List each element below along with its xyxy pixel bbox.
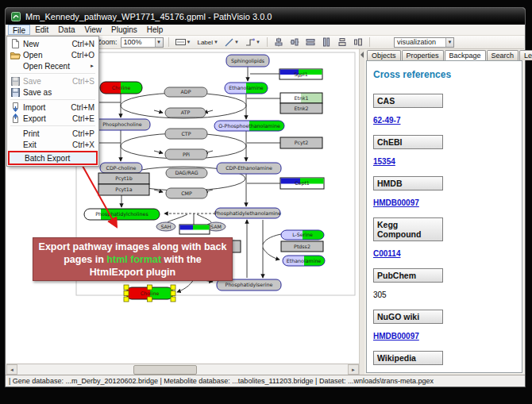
pathway-edge[interactable] (263, 248, 279, 260)
pathway-node-etnk2[interactable]: Etnk2 (280, 103, 322, 114)
pathway-node-choline-top[interactable]: Choline (100, 82, 142, 94)
menu-item-label: Import (23, 103, 66, 112)
splitter-collapse-icon[interactable] (360, 52, 364, 58)
menu-icon-placeholder (10, 129, 21, 138)
menu-separator (10, 99, 95, 100)
menubar-item-help[interactable]: Help (142, 25, 168, 35)
file-menu-item-save-as[interactable]: Save as (8, 87, 98, 98)
title-bar[interactable]: Mm_Kennedy_pathway_WP1771_45176.gpml - P… (6, 8, 525, 25)
pathway-node-adp[interactable]: ADP (164, 87, 207, 97)
pathway-edge[interactable] (263, 234, 281, 244)
pathway-node-ppi[interactable]: PPi (165, 149, 207, 160)
pathway-node-ethanolamine-bottom[interactable]: Ethanolamine (283, 256, 325, 266)
node-label: Pcyt2 (295, 140, 308, 146)
xref-link[interactable]: 15354 (373, 157, 395, 166)
pathway-node-ctp[interactable]: CTP (165, 129, 207, 139)
chevron-down-icon[interactable]: ▼ (155, 38, 163, 47)
pathway-node-phosphocholine[interactable]: Phosphocholine (94, 119, 150, 130)
panel-tab-properties[interactable]: Properties (402, 50, 444, 60)
pathway-edge[interactable] (168, 214, 187, 222)
menubar-item-view[interactable]: View (79, 25, 106, 35)
pathway-node-cmp[interactable]: CMP (166, 188, 207, 198)
zoom-combobox[interactable]: 100% ▼ (121, 37, 164, 48)
selection-handle[interactable] (171, 297, 175, 302)
menubar-item-edit[interactable]: Edit (30, 25, 53, 35)
file-menu-item-save[interactable]: SaveCtrl+S (8, 75, 98, 87)
pathway-node-sah[interactable]: SAH (156, 222, 175, 231)
pathway-node-phosphatidylserine[interactable]: Phosphatidylserine (217, 279, 281, 290)
pathway-node-ethanolamine-top[interactable]: Ethanolamine (225, 83, 268, 94)
menu-item-shortcut: Ctrl+O (71, 51, 94, 60)
pathway-node-etnk1[interactable]: Etnk1 (280, 93, 322, 103)
xref-link[interactable]: HMDB00097 (373, 198, 419, 207)
selection-handle[interactable] (124, 285, 129, 290)
file-menu-item-open-recent[interactable]: Open Recent► (8, 60, 98, 71)
pathway-node-l-serine[interactable]: L-Serine (281, 230, 324, 240)
selection-handle[interactable] (171, 285, 175, 290)
stack-horizontal-button[interactable] (352, 37, 364, 48)
pathway-node-pcyt1a[interactable]: Pcyt1a (98, 184, 149, 195)
pathway-node-phosphatidylethanolamine[interactable]: Phosphatidylethanolamine (214, 208, 281, 218)
selection-handle[interactable] (148, 297, 152, 302)
pathway-node-o-phosphoethanolamine[interactable]: O-Phosphoethanolamine (214, 121, 284, 131)
pathway-node-phosphatidylcholines[interactable]: Phosphatidylcholines (84, 209, 160, 220)
xref-link[interactable]: 62-49-7 (373, 116, 400, 125)
selection-handle[interactable] (124, 297, 129, 302)
pathway-node-cdp-choline[interactable]: CDP-choline (100, 163, 142, 173)
scrollbar-thumb[interactable] (133, 365, 197, 375)
horizontal-scrollbar[interactable]: ◄ ► (6, 364, 359, 375)
pathway-edge[interactable] (197, 214, 211, 222)
file-menu-item-exit[interactable]: ExitCtrl+X (8, 139, 98, 150)
selection-handle[interactable] (124, 291, 129, 296)
panel-tab-legend[interactable]: Legend (519, 50, 532, 60)
gene-tool-button[interactable]: ▼ (174, 37, 193, 48)
node-label: Sgpl1 (294, 71, 308, 78)
file-menu-item-open[interactable]: OpenCtrl+O (8, 49, 98, 60)
visualization-combobox[interactable]: visualization ▼ (394, 37, 454, 48)
common-width-button[interactable] (304, 37, 317, 48)
selection-handle[interactable] (171, 291, 175, 296)
selection-handle[interactable] (148, 285, 152, 290)
panel-tab-backpage[interactable]: Backpage (445, 50, 486, 60)
align-horizontal-center-button[interactable] (272, 37, 285, 48)
pathway-node-pcyt1b[interactable]: Pcyt1b (98, 173, 149, 184)
pathway-node-atp[interactable]: ATP (165, 108, 206, 117)
toolbar-separator (369, 37, 370, 47)
node-label: ATP (181, 110, 191, 115)
menubar-item-file[interactable]: File (8, 25, 30, 35)
pathway-edge[interactable] (154, 151, 163, 153)
file-menu-item-import[interactable]: ImportCtrl+M (8, 102, 98, 113)
file-menu-item-print[interactable]: PrintCtrl+P (8, 128, 98, 139)
label-tool-button[interactable]: Label ▼ (195, 37, 220, 48)
connector-tool-button[interactable]: ▼ (244, 37, 262, 48)
pathway-node-cdp-ethanolamine[interactable]: CDP-Ethanolamine (217, 163, 281, 174)
pathway-node-dag[interactable]: DAG/RAG (166, 168, 207, 178)
pathway-node-pcyt2[interactable]: Pcyt2 (280, 137, 322, 148)
file-menu-item-new[interactable]: NewCtrl+N (8, 38, 98, 49)
pathway-node-sphingolipids[interactable]: Sphingolipids (226, 55, 269, 67)
panel-splitter[interactable] (359, 49, 364, 375)
panel-tab-objects[interactable]: Objects (367, 50, 401, 60)
file-menu-item-export[interactable]: ExportCtrl+E (8, 113, 98, 124)
menubar-item-data[interactable]: Data (53, 25, 79, 35)
pathway-node-cept1[interactable]: Cept1 (280, 178, 324, 189)
chevron-down-icon[interactable]: ▼ (445, 38, 453, 47)
menubar-item-plugins[interactable]: Plugins (106, 25, 142, 35)
xref-title: ChEBI (373, 135, 443, 149)
common-height-button[interactable] (320, 37, 333, 48)
line-tool-button[interactable]: ▼ (223, 37, 241, 48)
xref-link[interactable]: C00114 (373, 249, 400, 258)
pathway-node-pemt[interactable] (179, 225, 210, 234)
pathway-node-sgpl1[interactable]: Sgpl1 (279, 69, 322, 79)
pathway-edge[interactable] (154, 110, 163, 113)
panel-tab-search[interactable]: Search (487, 50, 519, 60)
file-menu-item-batch-export[interactable]: Batch Export (10, 152, 96, 164)
xref-link[interactable]: HMDB00097 (373, 332, 419, 341)
backpage-content[interactable]: Cross references CAS62-49-7ChEBI15354HMD… (366, 60, 522, 373)
scroll-right-icon[interactable]: ► (348, 364, 359, 375)
align-vertical-center-button[interactable] (288, 37, 301, 48)
pathway-node-ptdss2[interactable]: Ptdss2 (281, 241, 323, 252)
scroll-left-icon[interactable]: ◄ (6, 364, 17, 375)
import-icon (10, 102, 21, 112)
stack-vertical-button[interactable] (336, 37, 349, 48)
